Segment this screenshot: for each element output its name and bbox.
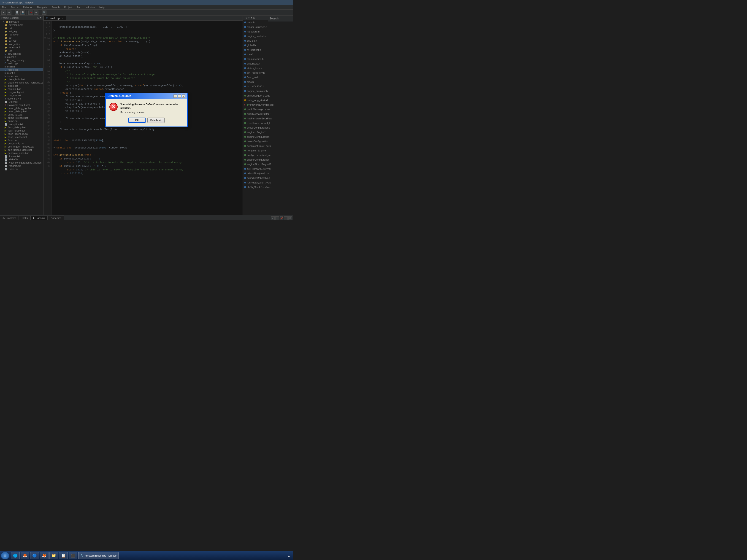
modal-main-text: 'Launching firmware Default' has encount… <box>120 103 184 110</box>
modal-content-row: ✕ 'Launching firmware Default' has encou… <box>109 103 184 114</box>
modal-titlebar: Problem Occurred ─ □ ✕ <box>106 93 187 99</box>
modal-dialog: Problem Occurred ─ □ ✕ ✕ 'Launching firm… <box>105 92 188 127</box>
modal-titlebar-buttons: ─ □ ✕ <box>174 95 185 98</box>
modal-minimize[interactable]: ─ <box>174 95 177 98</box>
modal-title: Problem Occurred <box>108 95 132 98</box>
modal-overlay: Problem Occurred ─ □ ✕ ✕ 'Launching firm… <box>0 0 293 220</box>
modal-buttons: OK Details >> <box>109 117 184 123</box>
modal-ok-button[interactable]: OK <box>128 117 146 123</box>
modal-error-icon: ✕ <box>109 103 118 111</box>
modal-details-button[interactable]: Details >> <box>147 117 164 123</box>
modal-maximize[interactable]: □ <box>178 95 181 98</box>
modal-sub-text: Error starting process. <box>120 111 184 114</box>
modal-text: 'Launching firmware Default' has encount… <box>120 103 184 114</box>
modal-body: ✕ 'Launching firmware Default' has encou… <box>106 99 187 126</box>
modal-close[interactable]: ✕ <box>182 95 185 98</box>
